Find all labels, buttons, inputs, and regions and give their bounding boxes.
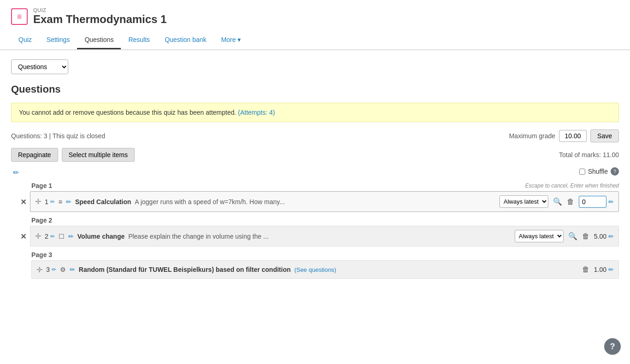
drag-handle-2[interactable]: ✛ bbox=[35, 232, 41, 241]
section-title: Questions bbox=[11, 83, 619, 95]
page-3-label: Page 3 bbox=[31, 251, 52, 258]
tab-results[interactable]: Results bbox=[121, 31, 157, 49]
max-grade-input[interactable] bbox=[559, 130, 587, 142]
page-2-section: Page 2 ✕ ✛ 2 ✏ ☐ ✏ Volume change bbox=[11, 217, 619, 247]
question-row-1: ✛ 1 ✏ ≡ ✏ Speed Calculation A jogger run… bbox=[30, 191, 619, 212]
stats-right: Maximum grade Save bbox=[509, 129, 619, 142]
q3-edit-icon-2[interactable]: ✏ bbox=[70, 266, 75, 273]
q1-score-area: ✏ bbox=[579, 196, 614, 208]
page-1-row: Page 1 Escape to cancel, Enter when fini… bbox=[11, 182, 619, 213]
q1-type-icon: ≡ bbox=[59, 198, 62, 205]
nav-tabs: Quiz Settings Questions Results Question… bbox=[11, 31, 619, 49]
q3-title: Random (Standard für TUWEL Beispielkurs)… bbox=[79, 266, 291, 273]
q3-score-text: 1.00 bbox=[594, 266, 606, 273]
stats-row: Questions: 3 | This quiz is closed Maxim… bbox=[11, 129, 619, 142]
page-2-label: Page 2 bbox=[31, 217, 52, 224]
shuffle-row: Shuffle ? bbox=[579, 167, 619, 176]
q3-edit-button[interactable]: ✏ bbox=[52, 266, 56, 273]
page-3-section: Page 3 ✛ 3 ✏ ⚙ ✏ Random (Standard für TU… bbox=[11, 251, 619, 280]
repaginate-button[interactable]: Repaginate bbox=[11, 148, 58, 162]
q1-desc: A jogger runs with a speed of w=7km/h. H… bbox=[135, 198, 285, 205]
q2-desc: Please explain the change in volume usin… bbox=[128, 233, 268, 240]
stats-left: Questions: 3 | This quiz is closed bbox=[11, 132, 105, 140]
q3-score-area: 1.00 ✏ bbox=[594, 266, 614, 273]
page-select-wrapper: Questions bbox=[11, 59, 619, 74]
header-title-group: QUIZ Exam Thermodynamics 1 bbox=[33, 7, 166, 26]
q2-delete-icon[interactable]: 🗑 bbox=[581, 231, 590, 241]
q2-score-text: 5.00 bbox=[594, 233, 606, 240]
tab-settings[interactable]: Settings bbox=[39, 31, 77, 49]
quiz-title: Exam Thermodynamics 1 bbox=[33, 13, 166, 26]
max-grade-label: Maximum grade bbox=[509, 132, 555, 140]
main-content: Questions Questions You cannot add or re… bbox=[0, 50, 630, 293]
q2-score-area: 5.00 ✏ bbox=[594, 233, 614, 240]
q2-actions: 🔍 🗑 bbox=[567, 231, 590, 241]
attempts-link[interactable]: (Attempts: 4) bbox=[238, 109, 275, 116]
q1-version-select[interactable]: Always latest bbox=[499, 195, 548, 208]
q2-title: Volume change bbox=[77, 233, 125, 240]
q2-type-icon: ☐ bbox=[59, 233, 65, 240]
question-row-3: ✛ 3 ✏ ⚙ ✏ Random (Standard für TUWEL Bei… bbox=[31, 260, 619, 279]
tab-questions[interactable]: Questions bbox=[77, 31, 121, 49]
q2-score-edit-icon[interactable]: ✏ bbox=[608, 233, 614, 240]
edit-pencil-icon[interactable]: ✏ bbox=[13, 169, 19, 176]
tab-question-bank[interactable]: Question bank bbox=[157, 31, 214, 49]
quiz-icon: ≡ bbox=[11, 8, 28, 25]
q2-version-select[interactable]: Always latest bbox=[515, 230, 564, 242]
quiz-label: QUIZ bbox=[33, 7, 166, 13]
q2-preview-icon[interactable]: 🔍 bbox=[567, 231, 578, 241]
q3-delete-icon[interactable]: 🗑 bbox=[581, 264, 590, 275]
actions-row: Repaginate Select multiple items Total o… bbox=[11, 148, 619, 162]
q2-edit-button[interactable]: ✏ bbox=[50, 233, 55, 240]
total-marks: Total of marks: 11.00 bbox=[559, 151, 619, 159]
q3-type-icon: ⚙ bbox=[60, 266, 66, 273]
tab-quiz[interactable]: Quiz bbox=[11, 31, 39, 49]
shuffle-label: Shuffle bbox=[588, 168, 608, 175]
stats-text: Questions: 3 | This quiz is closed bbox=[11, 132, 105, 140]
header-top: ≡ QUIZ Exam Thermodynamics 1 bbox=[11, 7, 619, 26]
tab-more[interactable]: More ▾ bbox=[214, 31, 248, 49]
page-2-close-icon[interactable]: ✕ bbox=[20, 232, 26, 241]
q2-edit-icon-2[interactable]: ✏ bbox=[68, 233, 74, 240]
edit-pencil-area: ✏ bbox=[11, 168, 19, 177]
q3-see-questions-link[interactable]: (See questions) bbox=[294, 266, 336, 273]
save-button[interactable]: Save bbox=[590, 129, 619, 142]
q2-version-wrapper: Always latest bbox=[515, 230, 564, 242]
header: ≡ QUIZ Exam Thermodynamics 1 Quiz Settin… bbox=[0, 0, 630, 50]
select-multiple-button[interactable]: Select multiple items bbox=[62, 148, 135, 162]
q3-number: 3 ✏ bbox=[46, 266, 56, 273]
q3-title-area: Random (Standard für TUWEL Beispielkurs)… bbox=[79, 266, 577, 273]
page-1-section: Page 1 Escape to cancel, Enter when fini… bbox=[11, 182, 619, 213]
q1-number: 1 ✏ bbox=[45, 198, 55, 205]
q1-version-wrapper: Always latest bbox=[499, 195, 548, 208]
page-1-label: Page 1 bbox=[31, 182, 52, 189]
q1-score-edit-icon[interactable]: ✏ bbox=[608, 198, 614, 205]
q3-score-edit-icon[interactable]: ✏ bbox=[608, 266, 614, 273]
warning-banner: You cannot add or remove questions becau… bbox=[11, 103, 619, 122]
escape-hint: Escape to cancel, Enter when finished bbox=[525, 182, 619, 189]
q1-title: Speed Calculation bbox=[75, 198, 131, 205]
actions-left: Repaginate Select multiple items bbox=[11, 148, 135, 162]
page-1-close-icon[interactable]: ✕ bbox=[20, 198, 26, 206]
q2-number: 2 ✏ bbox=[45, 233, 55, 240]
shuffle-checkbox[interactable] bbox=[579, 169, 585, 175]
q1-delete-icon[interactable]: 🗑 bbox=[566, 197, 575, 207]
page-select[interactable]: Questions bbox=[11, 59, 68, 74]
q1-preview-icon[interactable]: 🔍 bbox=[552, 196, 563, 207]
page-3-row: Page 3 ✛ 3 ✏ ⚙ ✏ Random (Standard für TU… bbox=[11, 251, 619, 280]
q2-title-area: Volume change Please explain the change … bbox=[77, 233, 511, 240]
quiz-icon-symbol: ≡ bbox=[17, 12, 22, 22]
shuffle-help-icon[interactable]: ? bbox=[611, 167, 619, 176]
q3-actions: 🗑 bbox=[581, 264, 590, 275]
q1-edit-icon-2[interactable]: ✏ bbox=[66, 198, 71, 205]
q1-edit-button[interactable]: ✏ bbox=[50, 199, 55, 205]
question-row-2: ✛ 2 ✏ ☐ ✏ Volume change Please explain t… bbox=[30, 226, 619, 247]
warning-text: You cannot add or remove questions becau… bbox=[19, 109, 236, 116]
q1-score-input[interactable] bbox=[579, 196, 606, 208]
page-2-row: Page 2 ✕ ✛ 2 ✏ ☐ ✏ Volume change bbox=[11, 217, 619, 247]
drag-handle-3[interactable]: ✛ bbox=[36, 265, 42, 274]
drag-handle-1[interactable]: ✛ bbox=[35, 197, 41, 206]
q1-title-area: Speed Calculation A jogger runs with a s… bbox=[75, 198, 496, 205]
q1-actions: 🔍 🗑 bbox=[552, 196, 575, 207]
